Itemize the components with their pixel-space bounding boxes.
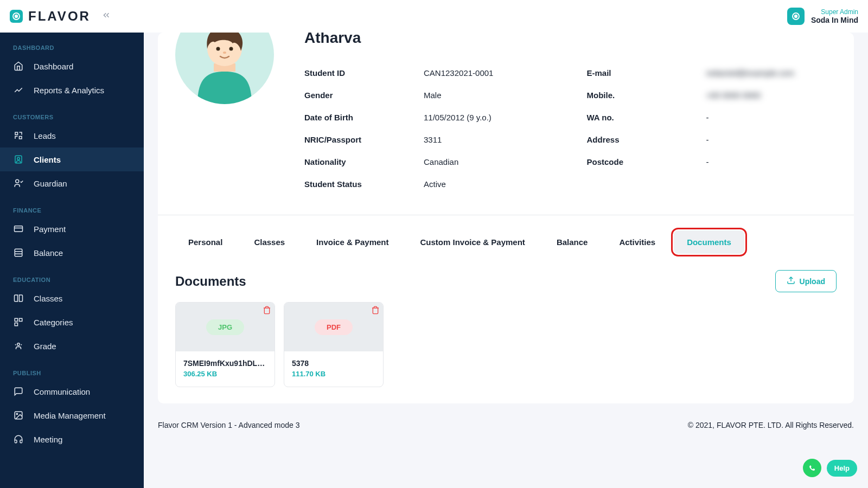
nationality-value: Canadian [424,157,458,166]
sidebar-item-meeting[interactable]: Meeting [0,427,144,451]
svg-rect-13 [20,318,22,321]
email-label: E-mail [587,68,706,78]
delete-icon[interactable] [263,306,271,316]
help-button[interactable]: Help [827,460,857,477]
address-label: Address [587,135,706,144]
wa-label: WA no. [587,113,706,122]
sidebar-item-label: Balance [34,248,63,258]
email-value: redacted@example.com [706,68,795,78]
student-id-label: Student ID [304,68,424,78]
sidebar-item-payment[interactable]: Payment [0,217,144,241]
sidebar-item-reports[interactable]: Reports & Analytics [0,78,144,102]
tab-personal[interactable]: Personal [175,230,235,254]
status-value: Active [424,179,446,189]
logo-icon [10,10,23,23]
meeting-icon [13,434,24,445]
wa-value: - [706,113,709,122]
upload-button[interactable]: Upload [775,270,837,292]
tab-documents[interactable]: Documents [674,230,744,254]
svg-rect-7 [15,226,23,232]
leads-icon [13,130,24,141]
tab-activities[interactable]: Activities [606,230,668,254]
svg-rect-12 [15,318,17,321]
user-info[interactable]: Super Admin Soda In Mind [811,8,858,24]
sidebar-section-publish: PUBLISH [0,358,144,380]
guardian-icon [13,178,24,189]
avatar-icon [187,33,263,104]
sidebar-section-customers: CUSTOMERS [0,102,144,124]
delete-icon[interactable] [371,306,380,316]
logo-text: FLAVOR [28,9,91,24]
doc-name: 5378 [292,359,375,368]
chat-icon [13,386,24,397]
dob-value: 11/05/2012 (9 y.o.) [424,113,492,122]
sidebar-item-classes[interactable]: Classes [0,286,144,310]
footer-copyright: © 2021, FLAVOR PTE. LTD. All Rights Rese… [688,421,854,429]
sidebar-item-label: Categories [34,318,73,327]
media-icon [13,410,24,421]
user-avatar-icon[interactable] [787,8,805,25]
sidebar-section-finance: FINANCE [0,195,144,217]
sidebar-item-media[interactable]: Media Management [0,403,144,427]
sidebar-item-balance[interactable]: Balance [0,241,144,265]
status-label: Student Status [304,179,424,189]
svg-point-15 [17,343,20,346]
mobile-label: Mobile. [587,91,706,100]
nationality-label: Nationality [304,157,424,166]
sidebar-item-leads[interactable]: Leads [0,124,144,147]
balance-icon [13,247,24,258]
sidebar-item-label: Clients [34,155,61,164]
tab-custom-invoice[interactable]: Custom Invoice & Payment [407,230,538,254]
sidebar-section-education: EDUCATION [0,265,144,286]
upload-label: Upload [800,277,825,286]
tab-classes[interactable]: Classes [241,230,298,254]
categories-icon [13,317,24,328]
tab-balance[interactable]: Balance [544,230,601,254]
svg-point-5 [17,157,20,160]
sidebar-item-label: Payment [34,224,66,234]
nric-label: NRIC/Passport [304,135,424,144]
sidebar-item-categories[interactable]: Categories [0,310,144,334]
sidebar: DASHBOARD Dashboard Reports & Analytics … [0,33,144,488]
upload-icon [787,276,795,286]
user-role: Super Admin [811,8,858,16]
document-card[interactable]: PDF 5378 111.70 KB [284,302,384,387]
sidebar-item-clients[interactable]: Clients [0,147,144,171]
sidebar-item-dashboard[interactable]: Dashboard [0,54,144,78]
postcode-value: - [706,157,709,166]
tab-invoice[interactable]: Invoice & Payment [303,230,401,254]
sidebar-item-label: Communication [34,387,90,396]
mobile-value: +00 0000 0000 [706,91,761,100]
grade-icon [13,341,24,351]
postcode-label: Postcode [587,157,706,166]
header-right: Super Admin Soda In Mind [787,8,858,25]
sidebar-item-label: Dashboard [34,62,73,71]
svg-rect-14 [15,323,17,326]
whatsapp-icon[interactable] [803,459,821,477]
chart-icon [13,85,24,95]
user-name: Soda In Mind [811,16,858,24]
profile-info: Atharva Student IDCAN1232021-0001 Gender… [304,33,837,195]
profile-name: Atharva [304,33,837,47]
address-value: - [706,135,709,144]
app-logo[interactable]: FLAVOR [10,9,91,24]
nric-value: 3311 [424,135,442,144]
sidebar-item-communication[interactable]: Communication [0,380,144,403]
home-icon [13,61,24,72]
dob-label: Date of Birth [304,113,424,122]
svg-point-20 [229,47,233,51]
sidebar-item-guardian[interactable]: Guardian [0,171,144,195]
tabs: Personal Classes Invoice & Payment Custo… [158,215,854,259]
documents-section: Documents Upload JPG 7SMEI9mfKxu91hDLR… [158,259,854,403]
student-id-value: CAN1232021-0001 [424,68,493,78]
svg-point-17 [16,413,17,414]
svg-point-3 [795,15,797,18]
profile-section: Atharva Student IDCAN1232021-0001 Gender… [158,33,854,215]
doc-name: 7SMEI9mfKxu91hDLR… [183,359,267,368]
doc-badge: PDF [315,319,353,335]
sidebar-item-grade[interactable]: Grade [0,334,144,358]
sidebar-item-label: Guardian [34,179,67,188]
documents-header: Documents Upload [175,270,837,292]
document-card[interactable]: JPG 7SMEI9mfKxu91hDLR… 306.25 KB [175,302,275,387]
sidebar-collapse-icon[interactable] [101,10,111,23]
